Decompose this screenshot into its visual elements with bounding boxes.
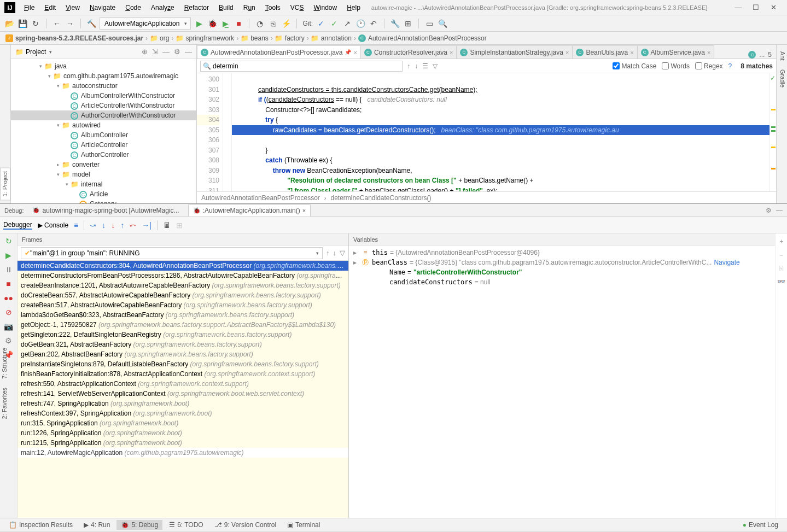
profiler-icon[interactable]: ◔ <box>255 19 265 28</box>
menu-code[interactable]: Code <box>121 2 145 14</box>
menu-navigate[interactable]: Navigate <box>85 2 120 14</box>
variable-row[interactable]: ▸≡this = {AutowiredAnnotationBeanPostPro… <box>353 248 771 258</box>
evaluate-icon[interactable]: 🖩 <box>163 221 171 230</box>
stack-frame[interactable]: preInstantiateSingletons:879, DefaultLis… <box>18 359 348 369</box>
open-icon[interactable]: 📂 <box>4 19 14 28</box>
variable-row[interactable]: Name = "articleControllerWithConstructor… <box>353 267 771 277</box>
step-into-icon[interactable]: ↓ <box>102 221 106 230</box>
tree-item[interactable]: CArticleControllerWithConstructor <box>11 101 196 110</box>
run-to-cursor-icon[interactable]: →| <box>142 221 151 230</box>
next-frame-icon[interactable]: ↓ <box>333 249 337 257</box>
sync-icon[interactable]: ↻ <box>31 19 40 28</box>
debug-hide-icon[interactable]: — <box>776 207 783 214</box>
breadcrumb-class[interactable]: AutowiredAnnotationBeanPostProcessor <box>201 194 320 202</box>
stack-frame[interactable]: refreshContext:397, SpringApplication (o… <box>18 408 348 418</box>
crumb-beans[interactable]: beans <box>250 34 269 42</box>
git-commit-icon[interactable]: ✓ <box>329 19 339 28</box>
stack-frame[interactable]: getSingleton:222, DefaultSingletonBeanRe… <box>18 330 348 340</box>
pause-icon[interactable]: ⏸ <box>5 265 13 274</box>
crumb-org[interactable]: org <box>160 34 169 42</box>
prev-frame-icon[interactable]: ↑ <box>326 249 330 257</box>
minimize-button[interactable]: — <box>734 3 742 11</box>
new-watch-icon[interactable]: ＋ <box>778 237 785 246</box>
stack-frame[interactable]: doGetBean:321, AbstractBeanFactory (org.… <box>18 340 348 349</box>
words-checkbox[interactable]: Words <box>662 62 689 70</box>
debug-settings-icon[interactable]: ⚙ <box>766 207 772 214</box>
project-tool-tab[interactable]: 1: Project <box>0 167 10 200</box>
back-icon[interactable]: ← <box>52 19 62 28</box>
stack-frame[interactable]: getBean:202, AbstractBeanFactory (org.sp… <box>18 349 348 359</box>
close-button[interactable]: ✕ <box>769 3 777 11</box>
view-breakpoints-icon[interactable]: ●● <box>4 294 13 302</box>
crumb-class[interactable]: AutowiredAnnotationBeanPostProcessor <box>368 34 487 42</box>
stop-process-icon[interactable]: ■ <box>6 279 10 288</box>
save-icon[interactable]: 💾 <box>18 19 27 28</box>
match-case-checkbox[interactable]: Match Case <box>613 62 656 70</box>
crumb-factory[interactable]: factory <box>285 34 305 42</box>
step-out-icon[interactable]: ↑ <box>120 221 124 230</box>
stack-frame[interactable]: run:1226, SpringApplication (org.springf… <box>18 428 348 438</box>
stack-frame[interactable]: finishBeanFactoryInitialization:878, Abs… <box>18 369 348 379</box>
drop-frame-icon[interactable]: ⤺ <box>130 221 136 230</box>
git-history-icon[interactable]: 🕐 <box>355 19 365 28</box>
filter-frames-icon[interactable]: ▽ <box>340 249 345 257</box>
tree-item[interactable]: ▾📁autowired <box>11 120 196 130</box>
code-area[interactable]: candidateConstructors = this.candidateCo… <box>232 73 769 191</box>
actions-icon[interactable]: ⚡ <box>281 19 291 28</box>
stack-frame[interactable]: getObject:-1, 1759250827 (org.springfram… <box>18 320 348 330</box>
tree-item[interactable]: CAlbumControllerWithConstructor <box>11 91 196 101</box>
gradle-tool-tab[interactable]: Gradle <box>777 66 787 91</box>
tw-inspection[interactable]: 📋 Inspection Results <box>4 520 77 530</box>
attach-icon[interactable]: ⎘ <box>268 19 278 28</box>
run-config-combo[interactable]: AutowireMagicApplication <box>100 17 191 30</box>
editor-breadcrumb[interactable]: AutowiredAnnotationBeanPostProcessor › d… <box>197 191 776 203</box>
variables-body[interactable]: ▸≡this = {AutowiredAnnotationBeanPostPro… <box>349 245 775 518</box>
coverage-icon[interactable]: ▶̲ <box>220 19 230 28</box>
menu-help[interactable]: Help <box>342 2 365 14</box>
stack-frame[interactable]: main:12, AutowireMagicApplication (com.g… <box>18 448 348 458</box>
tree-item[interactable]: CArticle <box>11 189 196 199</box>
expand-icon[interactable]: ⇲ <box>152 48 158 56</box>
threads-icon[interactable]: ≡ <box>74 221 78 230</box>
menu-vcs[interactable]: VCS <box>286 2 308 14</box>
copy-icon[interactable]: ⎘ <box>779 265 783 272</box>
breadcrumb-method[interactable]: determineCandidateConstructors() <box>330 194 431 202</box>
editor-tab[interactable]: CAutowiredAnnotationBeanPostProcessor.ja… <box>197 45 361 59</box>
stack-frame[interactable]: run:315, SpringApplication (org.springfr… <box>18 418 348 428</box>
variable-row[interactable]: ▸ⓟbeanClass = {Class@3915} "class com.gi… <box>353 258 771 267</box>
search-everywhere-icon[interactable]: 🔍 <box>438 19 447 28</box>
find-next-icon[interactable]: ↓ <box>415 62 418 70</box>
menu-run[interactable]: Run <box>239 2 260 14</box>
funnel-icon[interactable]: ▽ <box>433 62 438 70</box>
stack-frame[interactable]: createBeanInstance:1201, AbstractAutowir… <box>18 280 348 290</box>
tree-item[interactable]: ▾📁java <box>11 61 196 71</box>
frames-list[interactable]: determineCandidateConstructors:304, Auto… <box>18 261 348 518</box>
remove-watch-icon[interactable]: − <box>779 252 783 259</box>
tree-item[interactable]: CAuthorControllerWithConstructor <box>11 110 196 120</box>
tree-item[interactable]: CAuthorController <box>11 150 196 160</box>
favorites-tool-tab[interactable]: 2: Favorites <box>0 384 11 422</box>
tree-item[interactable]: ▾📁autoconstructor <box>11 81 196 91</box>
tree-item[interactable]: ▾📁com.github.pagram1975.autowiremagic <box>11 71 196 81</box>
glasses-icon[interactable]: 👓 <box>777 278 785 285</box>
tree-item[interactable]: ▸📁converter <box>11 160 196 169</box>
crumb-sf[interactable]: springframework <box>185 34 234 42</box>
step-over-icon[interactable]: ⤻ <box>90 221 96 230</box>
menu-analyze[interactable]: Analyze <box>147 2 179 14</box>
debug-tab-2[interactable]: 🐞 :AutowireMagicApplication.main() × <box>188 204 311 217</box>
menu-edit[interactable]: Edit <box>40 2 60 14</box>
structure-icon[interactable]: ⊞ <box>403 19 413 28</box>
editor-tab[interactable]: CBeanUtils.java× <box>572 45 637 59</box>
ant-tool-tab[interactable]: Ant <box>777 48 787 64</box>
editor-tab[interactable]: CConstructorResolver.java× <box>360 45 457 59</box>
crumb-jar[interactable]: spring-beans-5.2.3.RELEASE-sources.jar <box>15 34 143 42</box>
settings-debug-icon[interactable]: ⚙ <box>5 336 12 345</box>
menu-build[interactable]: Build <box>214 2 238 14</box>
tree-item[interactable]: ▾📁model <box>11 169 196 179</box>
error-stripe[interactable]: ✓ <box>769 73 776 191</box>
hide-icon[interactable]: — <box>185 48 192 56</box>
tw-vc[interactable]: ⎇ 9: Version Control <box>210 520 281 530</box>
stack-frame[interactable]: refresh:550, AbstractApplicationContext … <box>18 379 348 389</box>
navigate-link[interactable]: Navigate <box>714 258 739 267</box>
trace-icon[interactable]: ⊞ <box>176 221 183 230</box>
